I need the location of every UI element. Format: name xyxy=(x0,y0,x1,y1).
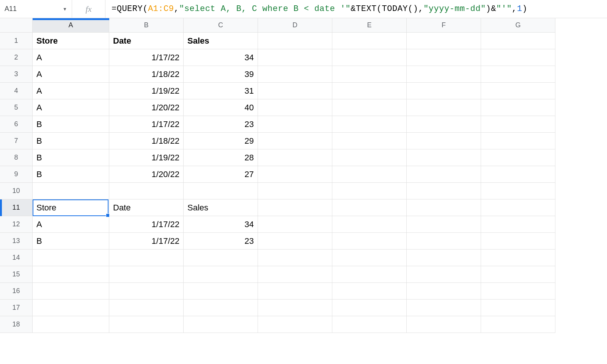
cell-E3[interactable] xyxy=(332,66,407,83)
row-header-18[interactable]: 18 xyxy=(0,316,33,333)
cell-G1[interactable] xyxy=(481,33,555,49)
row-header-10[interactable]: 10 xyxy=(0,183,33,199)
cell-C5[interactable]: 40 xyxy=(184,99,258,116)
cell-B14[interactable] xyxy=(109,249,184,266)
cell-C14[interactable] xyxy=(184,249,258,266)
cell-A4[interactable]: A xyxy=(33,83,109,99)
cell-A7[interactable]: B xyxy=(33,133,109,149)
cell-A16[interactable] xyxy=(33,283,109,300)
cell-C7[interactable]: 29 xyxy=(184,133,258,149)
row-header-6[interactable]: 6 xyxy=(0,116,33,133)
cell-A5[interactable]: A xyxy=(33,99,109,116)
cell-B15[interactable] xyxy=(109,266,184,283)
cell-E5[interactable] xyxy=(332,99,407,116)
cell-D14[interactable] xyxy=(258,249,332,266)
cell-C3[interactable]: 39 xyxy=(184,66,258,83)
cell-D2[interactable] xyxy=(258,49,332,66)
cell-C12[interactable]: 34 xyxy=(184,216,258,233)
cell-G18[interactable] xyxy=(481,316,555,333)
cell-E15[interactable] xyxy=(332,266,407,283)
cell-E1[interactable] xyxy=(332,33,407,49)
cell-G7[interactable] xyxy=(481,133,555,149)
cell-A6[interactable]: B xyxy=(33,116,109,133)
cell-C11[interactable]: Sales xyxy=(184,199,258,216)
cell-C13[interactable]: 23 xyxy=(184,233,258,249)
row-header-1[interactable]: 1 xyxy=(0,33,33,49)
cell-F15[interactable] xyxy=(407,266,481,283)
cell-D12[interactable] xyxy=(258,216,332,233)
cell-A1[interactable]: Store xyxy=(33,33,109,49)
row-header-3[interactable]: 3 xyxy=(0,66,33,83)
cell-C15[interactable] xyxy=(184,266,258,283)
cell-G14[interactable] xyxy=(481,249,555,266)
cell-F7[interactable] xyxy=(407,133,481,149)
cell-A8[interactable]: B xyxy=(33,149,109,166)
cell-B2[interactable]: 1/17/22 xyxy=(109,49,184,66)
row-header-15[interactable]: 15 xyxy=(0,266,33,283)
cell-C6[interactable]: 23 xyxy=(184,116,258,133)
cell-G13[interactable] xyxy=(481,233,555,249)
cell-D16[interactable] xyxy=(258,283,332,300)
row-header-17[interactable]: 17 xyxy=(0,300,33,316)
column-header-A[interactable]: A xyxy=(33,18,109,33)
cell-A15[interactable] xyxy=(33,266,109,283)
column-header-B[interactable]: B xyxy=(109,18,184,33)
cell-F8[interactable] xyxy=(407,149,481,166)
cell-E11[interactable] xyxy=(332,199,407,216)
cell-E10[interactable] xyxy=(332,183,407,199)
cell-F11[interactable] xyxy=(407,199,481,216)
chevron-down-icon[interactable]: ▼ xyxy=(63,6,67,12)
cell-A18[interactable] xyxy=(33,316,109,333)
cell-F2[interactable] xyxy=(407,49,481,66)
cell-F5[interactable] xyxy=(407,99,481,116)
column-header-D[interactable]: D xyxy=(258,18,332,33)
cell-B16[interactable] xyxy=(109,283,184,300)
formula-input[interactable]: =QUERY(A1:C9,"select A, B, C where B < d… xyxy=(105,0,607,18)
cell-B6[interactable]: 1/17/22 xyxy=(109,116,184,133)
cell-G8[interactable] xyxy=(481,149,555,166)
cell-E7[interactable] xyxy=(332,133,407,149)
cell-E14[interactable] xyxy=(332,249,407,266)
cell-F1[interactable] xyxy=(407,33,481,49)
cell-A9[interactable]: B xyxy=(33,166,109,183)
row-header-5[interactable]: 5 xyxy=(0,99,33,116)
cell-G2[interactable] xyxy=(481,49,555,66)
cell-E6[interactable] xyxy=(332,116,407,133)
row-header-4[interactable]: 4 xyxy=(0,83,33,99)
cell-B7[interactable]: 1/18/22 xyxy=(109,133,184,149)
cell-G6[interactable] xyxy=(481,116,555,133)
cell-D4[interactable] xyxy=(258,83,332,99)
cell-C1[interactable]: Sales xyxy=(184,33,258,49)
cell-B8[interactable]: 1/19/22 xyxy=(109,149,184,166)
cell-D5[interactable] xyxy=(258,99,332,116)
cell-E13[interactable] xyxy=(332,233,407,249)
row-header-13[interactable]: 13 xyxy=(0,233,33,249)
row-header-7[interactable]: 7 xyxy=(0,133,33,149)
column-header-E[interactable]: E xyxy=(332,18,407,33)
cell-B12[interactable]: 1/17/22 xyxy=(109,216,184,233)
cell-F10[interactable] xyxy=(407,183,481,199)
cell-C18[interactable] xyxy=(184,316,258,333)
cell-D8[interactable] xyxy=(258,149,332,166)
cell-F18[interactable] xyxy=(407,316,481,333)
cell-D11[interactable] xyxy=(258,199,332,216)
cell-D17[interactable] xyxy=(258,300,332,316)
column-header-G[interactable]: G xyxy=(481,18,555,33)
cell-G5[interactable] xyxy=(481,99,555,116)
cell-A2[interactable]: A xyxy=(33,49,109,66)
cell-E8[interactable] xyxy=(332,149,407,166)
cell-D9[interactable] xyxy=(258,166,332,183)
cell-E4[interactable] xyxy=(332,83,407,99)
cell-F12[interactable] xyxy=(407,216,481,233)
cell-D7[interactable] xyxy=(258,133,332,149)
cell-C8[interactable]: 28 xyxy=(184,149,258,166)
cell-C16[interactable] xyxy=(184,283,258,300)
cell-C17[interactable] xyxy=(184,300,258,316)
row-header-11[interactable]: 11 xyxy=(0,199,33,216)
cell-G16[interactable] xyxy=(481,283,555,300)
cell-G9[interactable] xyxy=(481,166,555,183)
cell-F6[interactable] xyxy=(407,116,481,133)
cells-area[interactable]: StoreDateSalesA1/17/2234A1/18/2239A1/19/… xyxy=(33,33,555,333)
cell-E9[interactable] xyxy=(332,166,407,183)
cell-F17[interactable] xyxy=(407,300,481,316)
